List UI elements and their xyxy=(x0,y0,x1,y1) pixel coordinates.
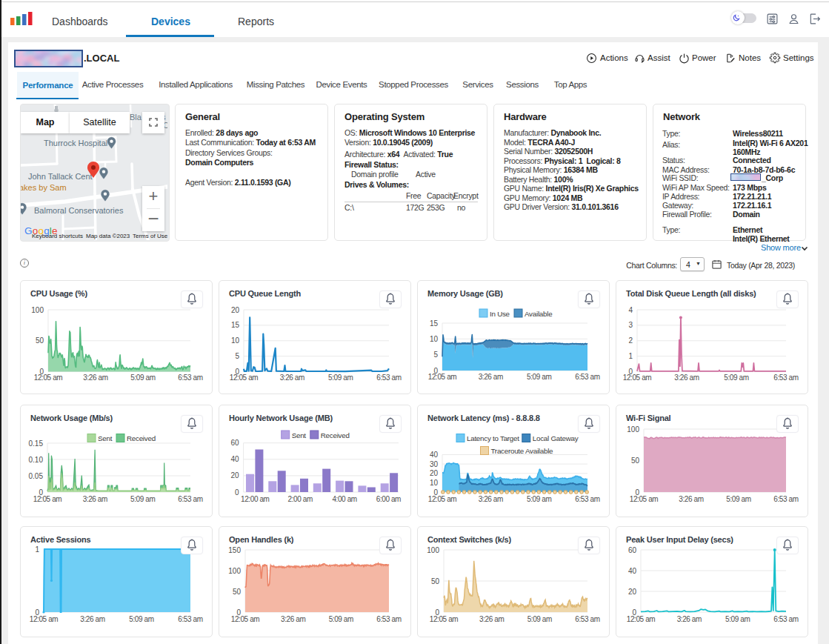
svg-text:akes by Sam: akes by Sam xyxy=(21,183,67,192)
svg-text:3:26 am: 3:26 am xyxy=(679,495,703,503)
svg-text:In Use: In Use xyxy=(490,310,510,318)
svg-text:12:05 am: 12:05 am xyxy=(33,495,62,503)
svg-text:40: 40 xyxy=(628,567,637,575)
svg-text:0: 0 xyxy=(235,488,239,497)
svg-text:5:09 am: 5:09 am xyxy=(328,374,353,382)
svg-text:0.15: 0.15 xyxy=(29,439,44,448)
svg-text:100: 100 xyxy=(31,306,44,314)
svg-text:0.10: 0.10 xyxy=(29,456,44,464)
svg-text:3: 3 xyxy=(628,321,633,329)
svg-text:5:09 am: 5:09 am xyxy=(725,615,750,623)
svg-text:12:00 am: 12:00 am xyxy=(241,495,270,503)
svg-text:15: 15 xyxy=(231,321,240,329)
svg-text:12:05 am: 12:05 am xyxy=(623,374,652,382)
svg-text:5:09 am: 5:09 am xyxy=(726,495,750,503)
svg-text:6:00 am: 6:00 am xyxy=(376,495,401,503)
svg-text:6:53 am: 6:53 am xyxy=(178,374,202,382)
svg-text:6:53 am: 6:53 am xyxy=(575,495,599,503)
svg-text:4:00 am: 4:00 am xyxy=(332,495,356,503)
svg-text:12:05 am: 12:05 am xyxy=(231,615,260,623)
svg-text:5:09 am: 5:09 am xyxy=(329,615,353,623)
svg-text:12:05 am: 12:05 am xyxy=(428,373,457,381)
svg-text:150: 150 xyxy=(228,546,241,554)
svg-text:John Tallack Cent: John Tallack Cent xyxy=(28,172,93,181)
svg-text:Bla: Bla xyxy=(130,113,142,122)
svg-text:50: 50 xyxy=(431,577,440,585)
svg-text:20: 20 xyxy=(230,471,239,479)
svg-text:12:05 am: 12:05 am xyxy=(430,615,459,623)
svg-text:5: 5 xyxy=(433,351,438,359)
svg-text:10: 10 xyxy=(430,479,439,487)
svg-text:50: 50 xyxy=(36,336,44,345)
svg-text:60: 60 xyxy=(230,439,239,447)
svg-text:Thurrock Hospital: Thurrock Hospital xyxy=(44,139,107,147)
svg-text:3:26 am: 3:26 am xyxy=(479,615,504,623)
svg-text:6:53 am: 6:53 am xyxy=(178,495,202,503)
svg-text:5:09 am: 5:09 am xyxy=(130,495,155,503)
svg-text:2:00 am: 2:00 am xyxy=(288,495,313,503)
svg-text:Latency to Target: Latency to Target xyxy=(467,434,519,442)
svg-text:3:26 am: 3:26 am xyxy=(83,374,107,382)
svg-text:Local Gateway: Local Gateway xyxy=(533,434,579,442)
svg-text:30: 30 xyxy=(430,460,439,468)
svg-text:3:26 am: 3:26 am xyxy=(281,615,305,623)
svg-text:Received: Received xyxy=(321,431,350,439)
svg-text:5:09 am: 5:09 am xyxy=(527,495,551,503)
svg-text:5: 5 xyxy=(235,352,239,360)
svg-text:40: 40 xyxy=(430,451,439,459)
svg-text:3:26 am: 3:26 am xyxy=(83,495,107,503)
svg-text:5:09 am: 5:09 am xyxy=(527,373,551,381)
svg-text:12:05 am: 12:05 am xyxy=(30,615,59,623)
svg-text:Sent: Sent xyxy=(98,434,113,442)
svg-text:6:53 am: 6:53 am xyxy=(575,615,599,623)
svg-text:20: 20 xyxy=(628,588,637,596)
svg-text:3:26 am: 3:26 am xyxy=(479,373,503,381)
svg-text:10: 10 xyxy=(430,335,439,343)
svg-text:12:05 am: 12:05 am xyxy=(630,495,659,503)
svg-text:50: 50 xyxy=(631,457,640,465)
svg-text:5:09 am: 5:09 am xyxy=(129,615,153,623)
svg-text:5:09 am: 5:09 am xyxy=(527,615,552,623)
svg-text:6:53 am: 6:53 am xyxy=(178,615,202,623)
svg-text:15: 15 xyxy=(430,319,439,328)
svg-text:Balmoral Conservatories: Balmoral Conservatories xyxy=(34,206,124,215)
svg-text:40: 40 xyxy=(230,455,239,463)
svg-text:Available: Available xyxy=(525,310,553,318)
svg-text:12:05 am: 12:05 am xyxy=(230,374,259,382)
svg-text:Received: Received xyxy=(127,434,156,442)
svg-text:6:53 am: 6:53 am xyxy=(376,374,401,382)
svg-text:6:53 am: 6:53 am xyxy=(773,615,798,623)
svg-text:6:53 am: 6:53 am xyxy=(773,495,798,503)
svg-text:50: 50 xyxy=(233,588,242,596)
svg-text:12:05 am: 12:05 am xyxy=(627,615,656,623)
svg-text:1: 1 xyxy=(628,352,633,360)
svg-text:6:53 am: 6:53 am xyxy=(575,373,599,381)
svg-text:2: 2 xyxy=(628,336,633,345)
svg-text:100: 100 xyxy=(627,425,639,434)
svg-text:12:05 am: 12:05 am xyxy=(34,374,63,382)
svg-text:4: 4 xyxy=(628,306,633,314)
svg-text:5:09 am: 5:09 am xyxy=(130,374,155,382)
svg-text:0.05: 0.05 xyxy=(29,472,44,480)
svg-text:3:26 am: 3:26 am xyxy=(479,495,503,503)
svg-text:1: 1 xyxy=(35,545,39,554)
svg-text:60: 60 xyxy=(628,546,637,554)
svg-text:6:53 am: 6:53 am xyxy=(773,374,798,382)
svg-text:Sent: Sent xyxy=(292,431,307,439)
svg-text:10: 10 xyxy=(231,336,240,345)
svg-text:100: 100 xyxy=(228,567,241,575)
svg-text:3:26 am: 3:26 am xyxy=(674,374,699,382)
svg-text:3:26 am: 3:26 am xyxy=(677,615,702,623)
svg-text:5:09 am: 5:09 am xyxy=(724,374,748,382)
svg-text:6:53 am: 6:53 am xyxy=(376,615,401,623)
svg-text:12:05 am: 12:05 am xyxy=(428,495,457,503)
svg-text:20: 20 xyxy=(231,306,240,314)
svg-text:100: 100 xyxy=(427,546,439,554)
svg-text:3:26 am: 3:26 am xyxy=(280,374,304,382)
svg-text:3:26 am: 3:26 am xyxy=(80,615,104,623)
svg-text:Traceroute Available: Traceroute Available xyxy=(491,447,554,455)
svg-text:20: 20 xyxy=(430,469,439,477)
